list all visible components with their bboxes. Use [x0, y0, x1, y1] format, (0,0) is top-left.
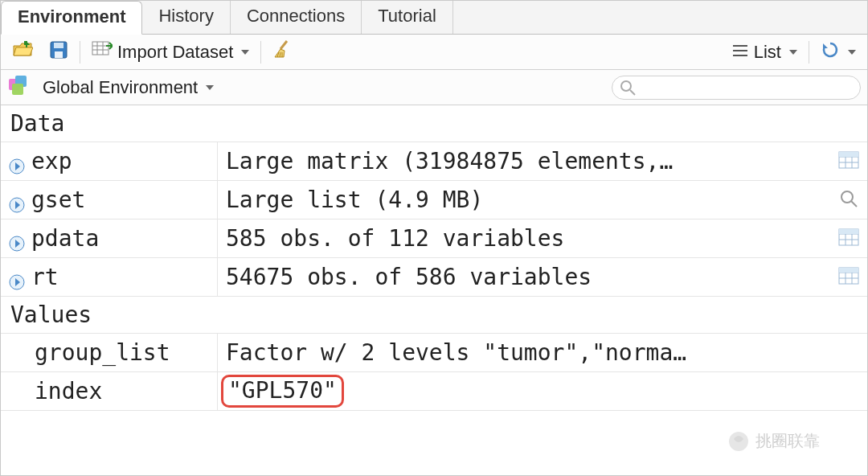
env-row[interactable]: pdata 585 obs. of 112 variables: [1, 220, 867, 258]
save-button[interactable]: [44, 39, 73, 66]
object-name: group_list: [35, 339, 170, 366]
window-buttons: [856, 1, 867, 34]
object-name: index: [35, 378, 102, 404]
svg-rect-19: [12, 84, 23, 95]
clear-button[interactable]: [268, 38, 298, 67]
tab-label: Connections: [247, 6, 345, 26]
tab-label: History: [158, 6, 213, 26]
search-input[interactable]: [612, 76, 861, 100]
environment-scope-button[interactable]: Global Environment: [38, 76, 219, 100]
list-view-label: List: [754, 42, 781, 63]
grid-icon[interactable]: [838, 148, 859, 174]
object-value-highlighted: "GPL570": [221, 375, 344, 408]
list-view-button[interactable]: List: [727, 40, 802, 64]
svg-rect-4: [55, 51, 63, 58]
chevron-down-icon: [789, 50, 797, 55]
scope-icon: [7, 76, 30, 100]
svg-rect-5: [92, 42, 108, 55]
object-value: 585 obs. of 112 variables: [218, 220, 830, 257]
object-value: 54675 obs. of 586 variables: [218, 258, 830, 296]
chevron-down-icon: [241, 50, 249, 55]
object-name: rt: [31, 264, 59, 290]
grid-icon[interactable]: [838, 264, 859, 290]
tab-environment[interactable]: Environment: [1, 1, 142, 35]
separator: [809, 41, 809, 64]
env-row[interactable]: rt 54675 obs. of 586 variables: [1, 258, 867, 297]
import-dataset-button[interactable]: Import Dataset: [87, 39, 254, 65]
import-dataset-label: Import Dataset: [117, 42, 233, 63]
tab-history[interactable]: History: [142, 1, 230, 34]
svg-line-10: [280, 41, 287, 49]
svg-point-30: [841, 191, 853, 203]
object-name: exp: [31, 148, 72, 174]
search-icon: [620, 80, 636, 101]
svg-point-20: [621, 81, 631, 91]
svg-rect-28: [839, 152, 858, 157]
object-value: Large list (4.9 MB): [218, 181, 830, 219]
floppy-disk-icon: [49, 40, 68, 64]
tab-tutorial[interactable]: Tutorial: [362, 1, 453, 34]
scope-row: Global Environment: [1, 70, 867, 105]
tab-label: Tutorial: [378, 6, 436, 26]
tab-label: Environment: [18, 6, 125, 27]
env-row[interactable]: index "GPL570": [1, 372, 867, 411]
open-button[interactable]: [7, 39, 38, 65]
folder-open-icon: [12, 41, 33, 64]
separator: [260, 41, 261, 64]
toolbar: Import Dataset List: [1, 35, 867, 70]
search-icon[interactable]: [840, 187, 858, 213]
env-row[interactable]: exp Large matrix (31984875 elements,…: [1, 142, 867, 181]
svg-line-21: [630, 90, 635, 95]
grid-icon[interactable]: [838, 225, 859, 252]
object-name: pdata: [31, 225, 99, 252]
separator: [80, 41, 80, 64]
env-row[interactable]: gset Large list (4.9 MB): [1, 181, 867, 220]
grid-import-icon: [92, 41, 113, 64]
expand-icon[interactable]: [9, 192, 25, 208]
svg-rect-38: [839, 229, 858, 234]
expand-icon[interactable]: [9, 269, 25, 285]
section-header-values: Values: [1, 297, 867, 334]
env-row[interactable]: group_list Factor w/ 2 levels "tumor","n…: [1, 334, 867, 372]
chevron-down-icon: [848, 50, 856, 55]
scope-label: Global Environment: [43, 77, 198, 98]
tab-connections[interactable]: Connections: [231, 1, 362, 34]
expand-icon[interactable]: [9, 231, 25, 247]
svg-rect-3: [54, 43, 63, 48]
broom-icon: [272, 39, 293, 65]
svg-rect-45: [839, 268, 858, 273]
svg-line-31: [851, 201, 857, 207]
expand-icon[interactable]: [9, 154, 25, 170]
refresh-icon: [821, 40, 840, 64]
object-value: Large matrix (31984875 elements,…: [218, 142, 830, 180]
tabbar: Environment History Connections Tutorial: [1, 1, 867, 35]
object-value: Factor w/ 2 levels "tumor","norma…: [218, 334, 830, 371]
list-lines-icon: [731, 42, 749, 63]
object-name: gset: [31, 187, 85, 213]
environment-table: Data exp Large matrix (31984875 elements…: [1, 105, 867, 411]
refresh-button[interactable]: [816, 39, 861, 66]
chevron-down-icon: [206, 85, 214, 90]
section-header-data: Data: [1, 105, 867, 142]
